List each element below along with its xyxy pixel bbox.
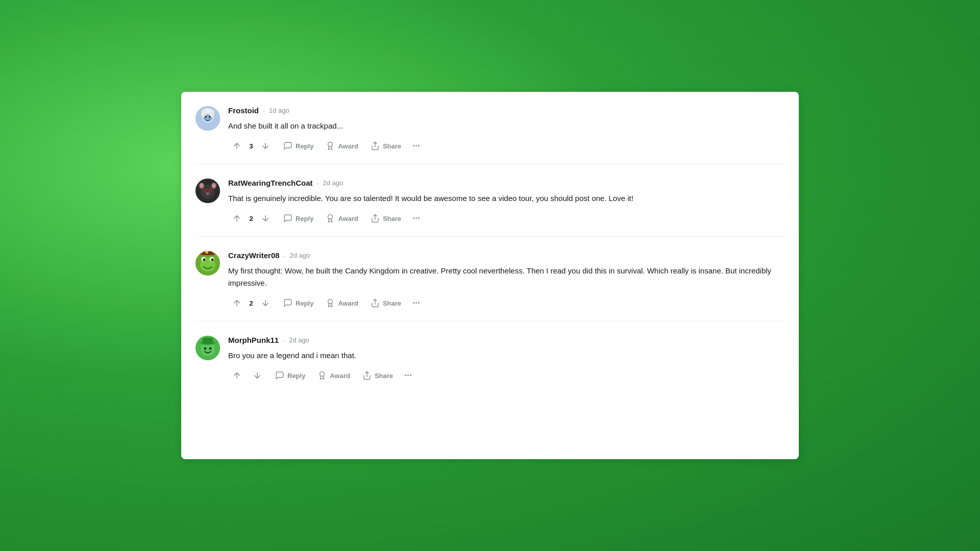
more-button[interactable]: ··· <box>400 368 416 383</box>
downvote-icon <box>261 298 270 308</box>
share-label: Share <box>383 299 401 307</box>
comment-header: MorphPunk11 · 2d ago <box>228 336 778 344</box>
comment-text: My first thought: Wow, he built the Cand… <box>228 265 778 289</box>
timestamp: 2d ago <box>289 336 309 344</box>
reply-button[interactable]: Reply <box>278 295 318 311</box>
downvote-button[interactable] <box>257 138 274 154</box>
award-label: Award <box>338 142 358 150</box>
reply-icon <box>275 371 284 380</box>
vote-count: 2 <box>249 215 254 222</box>
avatar-ratwearingtrenchcoat <box>195 179 220 203</box>
award-label: Award <box>338 215 358 222</box>
share-icon <box>371 298 380 308</box>
upvote-button[interactable] <box>228 211 246 226</box>
separator-dot: · <box>317 179 319 187</box>
comments-card: Frostoid · 1d ago And she built it all o… <box>181 92 799 459</box>
comment-comment-3: CrazyWriter08 · 2d ago My first thought:… <box>181 237 799 321</box>
reply-icon <box>283 298 292 308</box>
downvote-button[interactable] <box>257 295 274 311</box>
more-button[interactable]: ··· <box>408 138 424 154</box>
vote-count: 3 <box>249 142 254 150</box>
share-button[interactable]: Share <box>365 295 406 311</box>
username: CrazyWriter08 <box>228 251 280 260</box>
more-icon: ··· <box>412 298 420 308</box>
share-icon <box>371 141 380 151</box>
svg-point-14 <box>200 183 204 188</box>
upvote-icon <box>232 214 241 223</box>
comment-comment-2: RatWearingTrenchCoat · 2d ago That is ge… <box>181 164 799 236</box>
award-icon <box>317 371 327 380</box>
vote-group <box>228 368 266 383</box>
reply-label: Reply <box>287 372 305 380</box>
svg-point-42 <box>204 347 207 350</box>
more-button[interactable]: ··· <box>408 211 424 226</box>
svg-point-43 <box>209 347 212 350</box>
comment-body: Frostoid · 1d ago And she built it all o… <box>228 106 778 164</box>
award-icon <box>326 214 335 223</box>
reply-button[interactable]: Reply <box>270 368 310 383</box>
vote-group: 2 <box>228 295 274 311</box>
downvote-icon <box>253 371 262 380</box>
action-bar: Reply Award Share ··· <box>228 368 778 393</box>
svg-point-36 <box>328 299 333 304</box>
downvote-button[interactable] <box>249 368 266 383</box>
upvote-button[interactable] <box>228 138 246 154</box>
share-button[interactable]: Share <box>357 368 398 383</box>
timestamp: 1d ago <box>269 107 289 114</box>
upvote-button[interactable] <box>228 295 246 311</box>
share-label: Share <box>383 142 401 150</box>
upvote-button[interactable] <box>228 368 246 383</box>
reply-icon <box>283 214 292 223</box>
comment-text: Bro you are a legend and i mean that. <box>228 349 778 362</box>
svg-point-8 <box>328 142 333 147</box>
avatar-frostoid <box>195 106 220 131</box>
action-bar: 2 Reply Award <box>228 295 778 321</box>
svg-point-6 <box>205 116 207 118</box>
reply-label: Reply <box>296 142 313 150</box>
upvote-icon <box>232 371 241 380</box>
upvote-icon <box>232 298 241 308</box>
award-button[interactable]: Award <box>321 211 363 226</box>
reply-button[interactable]: Reply <box>278 211 318 226</box>
share-button[interactable]: Share <box>365 138 406 154</box>
award-label: Award <box>330 372 350 380</box>
award-button[interactable]: Award <box>321 138 363 154</box>
username: MorphPunk11 <box>228 336 279 344</box>
timestamp: 2d ago <box>290 252 310 259</box>
svg-point-19 <box>210 190 211 192</box>
reply-icon <box>283 141 292 151</box>
comment-header: CrazyWriter08 · 2d ago <box>228 251 778 260</box>
comment-text: And she built it all on a trackpad... <box>228 120 778 132</box>
vote-group: 3 <box>228 138 274 154</box>
comment-body: MorphPunk11 · 2d ago Bro you are a legen… <box>228 336 778 393</box>
comment-text: That is genuinely incredible. You are so… <box>228 192 778 205</box>
timestamp: 2d ago <box>323 179 343 187</box>
separator-dot: · <box>284 252 286 260</box>
comment-header: Frostoid · 1d ago <box>228 106 778 115</box>
vote-group: 2 <box>228 211 274 226</box>
comment-body: CrazyWriter08 · 2d ago My first thought:… <box>228 251 778 321</box>
award-icon <box>326 141 335 151</box>
comment-header: RatWearingTrenchCoat · 2d ago <box>228 179 778 187</box>
award-icon <box>326 298 335 308</box>
share-icon <box>371 214 380 223</box>
award-button[interactable]: Award <box>312 368 355 383</box>
reply-label: Reply <box>296 215 313 222</box>
share-button[interactable]: Share <box>365 211 406 226</box>
vote-count: 2 <box>249 299 254 307</box>
more-icon: ··· <box>412 213 420 223</box>
more-button[interactable]: ··· <box>408 295 424 311</box>
svg-point-22 <box>328 215 333 219</box>
award-button[interactable]: Award <box>321 295 363 311</box>
svg-point-44 <box>320 372 325 377</box>
avatar-morphpunk11 <box>195 336 220 360</box>
username: RatWearingTrenchCoat <box>228 179 313 187</box>
downvote-button[interactable] <box>257 211 274 226</box>
comment-comment-1: Frostoid · 1d ago And she built it all o… <box>181 92 799 164</box>
action-bar: 3 Reply Award <box>228 138 778 164</box>
upvote-icon <box>232 141 241 151</box>
downvote-icon <box>261 214 270 223</box>
svg-point-7 <box>209 116 211 118</box>
svg-point-21 <box>207 193 209 194</box>
reply-button[interactable]: Reply <box>278 138 318 154</box>
